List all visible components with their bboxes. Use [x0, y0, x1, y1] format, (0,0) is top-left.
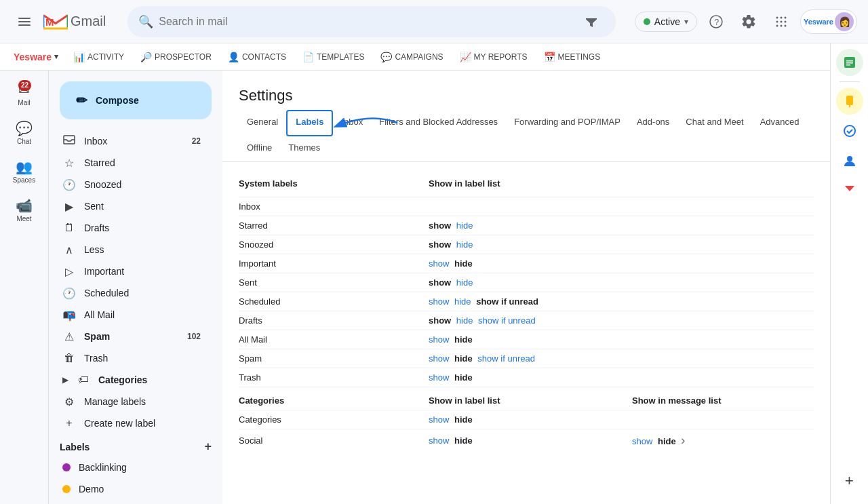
sidebar-categories[interactable]: ▶ 🏷 Categories [49, 369, 212, 391]
filter-icon[interactable] [578, 8, 605, 35]
help-button[interactable]: ? [703, 8, 730, 35]
activity-label: ACTIVITY [87, 52, 124, 62]
yesware-prospector[interactable]: 🔎 PROSPECTOR [134, 49, 218, 65]
rail-meet[interactable]: 📹 Meet [0, 192, 48, 228]
sidebar-allmail[interactable]: 📭 All Mail [49, 304, 212, 326]
spam-hide: hide [454, 353, 473, 364]
active-dot [644, 18, 650, 25]
tab-general[interactable]: General [239, 110, 286, 136]
trash-show[interactable]: show [429, 372, 449, 383]
svg-point-10 [780, 20, 782, 22]
sidebar-sent[interactable]: ▶ Sent [49, 195, 212, 217]
row-label-starred: Starred [239, 216, 429, 235]
starred-hide[interactable]: hide [456, 220, 473, 231]
yesware-logo[interactable]: Yesware ▾ [8, 49, 64, 65]
active-status[interactable]: Active ▾ [635, 12, 697, 32]
row-label-snoozed: Snoozed [239, 235, 429, 254]
sidebar-create-label[interactable]: + Create new label [49, 412, 212, 434]
tab-addons[interactable]: Add-ons [629, 110, 677, 136]
rs-divider [840, 81, 860, 82]
scheduled-hide[interactable]: hide [454, 296, 471, 307]
main-layout: ✉ 22 Mail 💬 Chat 👥 Spaces 📹 Meet ✏ Compo… [0, 71, 868, 504]
svg-rect-18 [846, 60, 853, 62]
top-right: Active ▾ ? Yesware 👩 [635, 8, 857, 35]
rs-check-icon[interactable] [836, 117, 863, 144]
avatar[interactable]: Yesware 👩 [800, 9, 857, 34]
yesware-campaigns[interactable]: 💬 CAMPAIGNS [374, 49, 450, 65]
rs-add-button[interactable]: + [837, 469, 862, 493]
spam-show-if-unread[interactable]: show if unread [477, 353, 535, 364]
chat-rail-label: Chat [17, 138, 31, 145]
rail-mail[interactable]: ✉ 22 Mail [0, 76, 48, 112]
yesware-templates[interactable]: 📄 TEMPLATES [296, 49, 371, 65]
inbox-count: 22 [192, 136, 201, 146]
tab-themes[interactable]: Themes [280, 136, 328, 161]
rs-sheets-icon[interactable] [836, 49, 863, 76]
tab-filters[interactable]: Filters and Blocked Addresses [371, 110, 506, 136]
sidebar-scheduled[interactable]: 🕐 Scheduled [49, 282, 212, 304]
sidebar-label-backlinking[interactable]: Backlinking [49, 457, 212, 478]
snoozed-label: Snoozed [84, 179, 121, 190]
sidebar-inbox[interactable]: Inbox 22 [49, 130, 212, 152]
labels-add-icon[interactable]: + [204, 440, 212, 454]
snoozed-hide[interactable]: hide [456, 239, 473, 250]
sidebar-manage-labels[interactable]: ⚙ Manage labels [49, 391, 212, 412]
search-icon: 🔍 [138, 14, 153, 29]
spam-show[interactable]: show [429, 353, 449, 364]
yesware-activity[interactable]: 📊 ACTIVITY [66, 49, 131, 65]
sidebar-important[interactable]: ▷ Important [49, 260, 212, 282]
rs-people-icon[interactable] [836, 147, 863, 174]
important-show[interactable]: show [429, 258, 449, 269]
yesware-reports[interactable]: 📈 MY REPORTS [453, 49, 534, 65]
tab-forwarding[interactable]: Forwarding and POP/IMAP [506, 110, 629, 136]
categories-show[interactable]: show [429, 414, 449, 425]
social-msg-show[interactable]: show [632, 436, 652, 446]
svg-rect-0 [18, 18, 31, 19]
tab-labels[interactable]: Labels [286, 110, 333, 136]
chat-icon: 💬 [16, 120, 33, 136]
tab-inbox[interactable]: Inbox [333, 110, 371, 136]
svg-rect-19 [846, 62, 853, 64]
scheduled-show[interactable]: show [429, 296, 449, 307]
svg-point-24 [847, 156, 852, 161]
row-label-scheduled: Scheduled [239, 292, 429, 311]
compose-button[interactable]: ✏ Compose [60, 81, 212, 119]
sidebar-less[interactable]: ∧ Less [49, 239, 212, 260]
apps-button[interactable] [768, 8, 795, 35]
social-expand-arrow[interactable]: › [681, 433, 685, 447]
tab-advanced[interactable]: Advanced [752, 110, 808, 136]
rs-yesware-icon[interactable] [836, 177, 863, 204]
social-show[interactable]: show [429, 435, 449, 446]
drafts-hide[interactable]: hide [456, 315, 473, 326]
spam-icon: ⚠ [62, 330, 76, 343]
tab-chat[interactable]: Chat and Meet [677, 110, 751, 136]
allmail-show[interactable]: show [429, 334, 449, 345]
drafts-show-if-unread[interactable]: show if unread [478, 315, 536, 326]
spaces-rail-label: Spaces [13, 176, 35, 184]
yesware-meetings[interactable]: 📅 MEETINGS [537, 49, 608, 65]
sidebar-starred[interactable]: ☆ Starred [49, 152, 212, 174]
rail-chat[interactable]: 💬 Chat [0, 115, 48, 151]
sidebar-trash[interactable]: 🗑 Trash [49, 347, 212, 369]
sidebar-spam[interactable]: ⚠ Spam 102 [49, 326, 212, 347]
sidebar-drafts[interactable]: 🗒 Drafts [49, 217, 212, 239]
rs-keep-icon[interactable] [836, 88, 863, 115]
social-hide: hide [454, 435, 473, 446]
search-input[interactable] [159, 16, 572, 28]
important-label: Important [84, 266, 124, 277]
yesware-logo-text: Yesware [14, 52, 52, 62]
row-label-social: Social [239, 429, 429, 452]
table-row: Trash show hide [239, 368, 814, 387]
sidebar-snoozed[interactable]: 🕐 Snoozed [49, 174, 212, 195]
sent-hide[interactable]: hide [456, 277, 473, 288]
tab-offline[interactable]: Offline [239, 136, 280, 161]
less-icon: ∧ [62, 244, 76, 256]
rail-spaces[interactable]: 👥 Spaces [0, 153, 48, 189]
sidebar-label-demo[interactable]: Demo [49, 478, 212, 500]
yesware-contacts[interactable]: 👤 CONTACTS [221, 49, 293, 65]
less-label: Less [84, 244, 104, 255]
row-label-sent: Sent [239, 273, 429, 292]
hamburger-button[interactable] [11, 8, 38, 35]
settings-button[interactable] [735, 8, 762, 35]
labels-section: Labels + [49, 434, 222, 457]
